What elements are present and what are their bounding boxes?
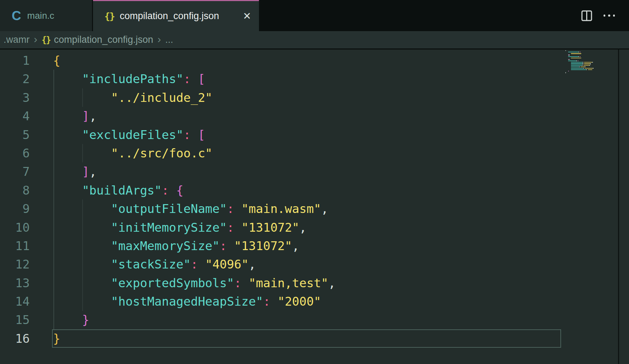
code-line[interactable]: { (53, 51, 335, 70)
minimap-mark (571, 65, 582, 66)
line-number-gutter[interactable]: 12345678910111213141516 (0, 51, 30, 348)
minimap-mark (571, 67, 579, 67)
code-line[interactable]: ], (53, 107, 335, 125)
minimap-mark (585, 67, 585, 67)
editor-tab-bar: C main.c {} compilation_config.json ✕ (0, 0, 629, 31)
tab-label-compilation-config-json: compilation_config.json (120, 11, 219, 22)
code-line[interactable]: "maxMemorySize": "131072", (53, 237, 335, 255)
minimap-mark (586, 69, 587, 70)
minimap-mark (568, 52, 578, 52)
line-number: 3 (0, 88, 30, 107)
minimap-mark (578, 56, 579, 57)
minimap-mark (583, 62, 583, 63)
line-number: 14 (0, 292, 30, 311)
minimap-mark (581, 67, 585, 67)
minimap-mark (583, 65, 589, 66)
minimap-mark (580, 52, 581, 52)
line-number: 4 (0, 107, 30, 125)
minimap-mark (571, 58, 581, 58)
minimap-mark (565, 50, 566, 51)
minimap-mark (584, 62, 592, 63)
line-number: 1 (0, 51, 30, 70)
minimap-mark (569, 59, 570, 60)
minimap-mark (568, 60, 576, 61)
minimap-mark (576, 60, 577, 61)
code-editor[interactable]: 12345678910111213141516 { "includePaths"… (0, 50, 629, 364)
minimap-mark (569, 54, 570, 55)
minimap-mark (578, 60, 578, 61)
minimap-mark (568, 56, 578, 57)
code-line[interactable]: "../include_2" (53, 88, 335, 107)
json-braces-icon: {} (42, 36, 51, 44)
breadcrumb-item-file[interactable]: compilation_config.json (54, 34, 153, 45)
line-number: 11 (0, 237, 30, 255)
close-tab-icon[interactable]: ✕ (243, 11, 251, 21)
minimap-mark (592, 62, 593, 63)
minimap-mark (571, 63, 583, 64)
code-line[interactable]: "stackSize": "4096", (53, 255, 335, 273)
code-line[interactable]: "../src/foo.c" (53, 144, 335, 162)
minimap-mark (571, 53, 581, 54)
more-actions-icon[interactable] (602, 13, 617, 18)
minimap-mark (568, 71, 569, 71)
code-line[interactable]: "exportedSymbols": "main,test", (53, 274, 335, 292)
minimap-mark (579, 67, 580, 67)
line-number: 10 (0, 218, 30, 237)
vscode-window: C main.c {} compilation_config.json ✕ .w… (0, 0, 629, 364)
tab-compilation-config-json[interactable]: {} compilation_config.json ✕ (93, 0, 259, 31)
code-line[interactable]: "hostManagedHeapSize": "2000" (53, 292, 335, 311)
tab-bar-actions (581, 0, 617, 31)
chevron-right-icon: › (34, 33, 37, 45)
minimap-mark (593, 68, 594, 69)
code-line[interactable]: "excludeFiles": [ (53, 126, 335, 144)
minimap-mark (590, 63, 591, 64)
breadcrumb-item-wamr[interactable]: .wamr (4, 34, 30, 45)
minimap-mark (584, 63, 590, 64)
code-line[interactable]: "outputFileName": "main.wasm", (53, 200, 335, 218)
code-line[interactable]: "initMemorySize": "131072", (53, 218, 335, 237)
minimap-mark (589, 65, 590, 66)
code-line[interactable]: "buildArgs": { (53, 181, 335, 200)
minimap-mark (571, 68, 583, 69)
minimap[interactable] (561, 50, 618, 364)
line-number: 13 (0, 274, 30, 292)
line-number: 16 (0, 329, 30, 348)
code-content[interactable]: { "includePaths": [ "../include_2" ], "e… (53, 51, 335, 348)
line-number: 15 (0, 311, 30, 329)
code-line[interactable]: ], (53, 162, 335, 181)
line-number: 8 (0, 181, 30, 200)
line-number: 12 (0, 255, 30, 273)
chevron-right-icon: › (157, 33, 161, 45)
code-line[interactable]: "includePaths": [ (53, 70, 335, 88)
code-line[interactable]: } (53, 311, 335, 329)
breadcrumb-item-symbol-ellipsis[interactable]: ... (165, 34, 173, 45)
minimap-mark (578, 52, 579, 52)
minimap-mark (583, 68, 584, 69)
c-language-icon: C (12, 9, 21, 22)
minimap-mark (583, 63, 583, 64)
line-number: 6 (0, 144, 30, 162)
minimap-mark (588, 69, 592, 70)
split-editor-icon[interactable] (581, 10, 592, 21)
code-line[interactable]: } (53, 329, 335, 348)
breadcrumb: .wamr › {} compilation_config.json › ... (0, 31, 629, 50)
minimap-mark (571, 62, 583, 63)
json-braces-icon: {} (104, 11, 115, 21)
minimap-mark (582, 65, 583, 66)
line-number: 7 (0, 162, 30, 181)
line-number: 2 (0, 70, 30, 88)
line-number: 9 (0, 200, 30, 218)
minimap-mark (585, 68, 593, 69)
line-number: 5 (0, 126, 30, 144)
minimap-right-border (618, 50, 619, 364)
minimap-mark (571, 69, 586, 70)
tab-label-main-c: main.c (27, 10, 54, 21)
minimap-mark (565, 72, 566, 73)
tab-main-c[interactable]: C main.c (0, 0, 92, 31)
minimap-mark (580, 56, 581, 57)
